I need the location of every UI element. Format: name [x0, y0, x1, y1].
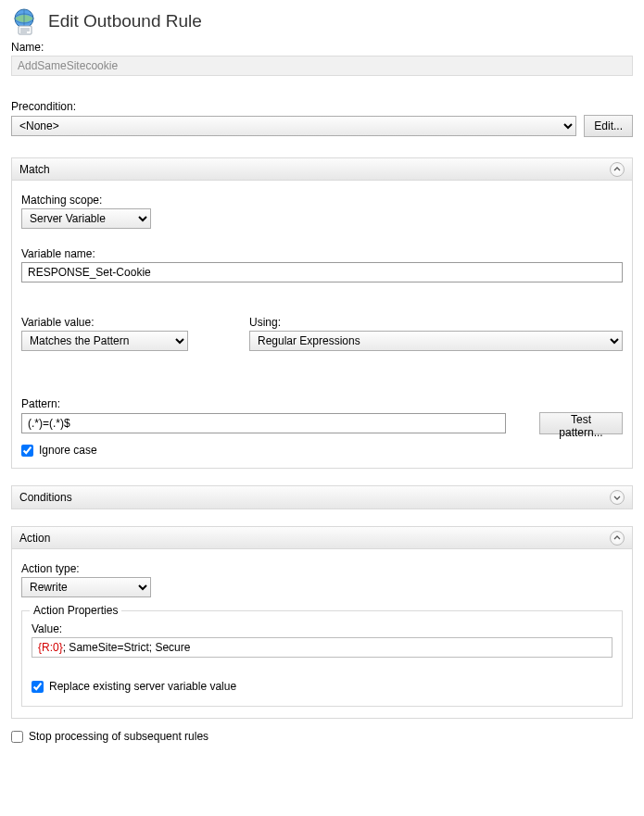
ignore-case-checkbox[interactable]: [21, 445, 33, 457]
match-panel-title: Match: [19, 163, 50, 176]
matching-scope-select[interactable]: Server Variable: [21, 208, 151, 229]
stop-processing-label: Stop processing of subsequent rules: [29, 730, 208, 743]
page-title: Edit Outbound Rule: [48, 11, 202, 31]
ignore-case-label: Ignore case: [39, 444, 97, 457]
precondition-label: Precondition:: [11, 100, 633, 113]
action-type-select[interactable]: Rewrite: [21, 577, 151, 597]
test-pattern-button[interactable]: Test pattern...: [539, 412, 623, 434]
stop-processing-checkbox[interactable]: [11, 731, 23, 743]
conditions-panel-title: Conditions: [19, 491, 72, 504]
pattern-label: Pattern:: [21, 397, 623, 410]
variable-name-input[interactable]: [21, 262, 623, 282]
pattern-input[interactable]: [21, 413, 506, 433]
using-select[interactable]: Regular Expressions: [249, 331, 623, 351]
action-panel-title: Action: [19, 532, 50, 545]
variable-value-label: Variable value:: [21, 316, 225, 329]
precondition-edit-button[interactable]: Edit...: [584, 115, 633, 137]
replace-existing-checkbox[interactable]: [32, 681, 44, 693]
variable-name-label: Variable name:: [21, 247, 623, 260]
collapse-up-icon[interactable]: [610, 531, 625, 546]
name-label: Name:: [11, 41, 633, 54]
action-type-label: Action type:: [21, 562, 623, 575]
collapse-up-icon[interactable]: [610, 162, 625, 177]
replace-existing-label: Replace existing server variable value: [49, 680, 236, 693]
matching-scope-label: Matching scope:: [21, 194, 623, 207]
expand-down-icon[interactable]: [610, 490, 625, 505]
name-input: [11, 56, 633, 76]
value-input[interactable]: {R:0}; SameSite=Strict; Secure: [32, 637, 612, 658]
using-label: Using:: [249, 316, 623, 329]
action-properties-title: Action Properties: [30, 604, 121, 617]
iis-globe-icon: [11, 7, 39, 35]
value-label: Value:: [32, 622, 612, 635]
precondition-select[interactable]: <None>: [11, 116, 576, 136]
variable-value-select[interactable]: Matches the Pattern: [21, 331, 188, 351]
